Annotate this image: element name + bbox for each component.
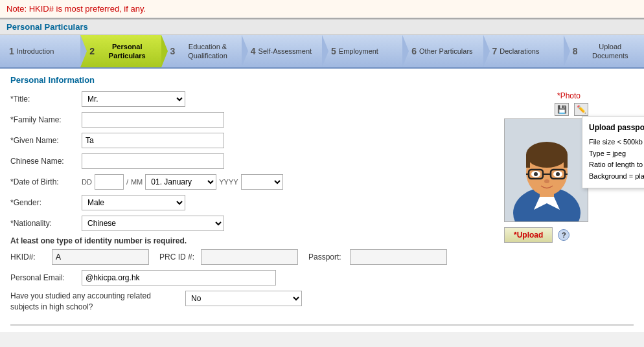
svg-point-16 <box>544 179 549 183</box>
prc-field: PRC ID #: <box>159 249 298 265</box>
upload-btn-area: *Upload ? <box>504 227 634 243</box>
step-num-2: 2 <box>89 46 95 56</box>
chinese-name-input[interactable] <box>82 153 224 169</box>
email-input[interactable] <box>82 270 276 285</box>
family-name-row: *Family Name: <box>10 112 491 128</box>
wizard-step-5[interactable]: 5 Employment <box>322 35 402 67</box>
photo-label: *Photo <box>504 91 634 100</box>
mm-text-label: MM <box>131 178 143 186</box>
accounting-select[interactable]: No Yes <box>185 291 302 306</box>
family-name-label: *Family Name: <box>10 115 82 124</box>
photo-wrapper: 💾 ✏️ <box>504 103 634 243</box>
title-select[interactable]: Mr. Ms. Mrs. Dr. <box>82 91 185 107</box>
wizard-step-3[interactable]: 3 Education & Qualification <box>161 35 242 67</box>
title-row: *Title: Mr. Ms. Mrs. Dr. <box>10 91 491 107</box>
form-layout: *Title: Mr. Ms. Mrs. Dr. *Family Name: *… <box>10 91 634 318</box>
wizard-step-2[interactable]: 2 Personal Particulars <box>80 35 161 67</box>
step-num-3: 3 <box>170 46 176 56</box>
dob-month-select[interactable]: 01. January 02. February 03. March <box>145 174 216 190</box>
step-num-1: 1 <box>9 46 14 56</box>
given-name-label: *Given Name: <box>10 136 82 145</box>
gender-select[interactable]: Male Female <box>82 195 185 210</box>
passport-input[interactable] <box>350 249 447 265</box>
passport-label: Passport: <box>308 252 347 262</box>
hkid-input[interactable] <box>52 249 149 265</box>
step-label-5: Employment <box>339 47 378 56</box>
identity-section: At least one type of identity number is … <box>10 236 491 265</box>
form-left: *Title: Mr. Ms. Mrs. Dr. *Family Name: *… <box>10 91 491 318</box>
hkid-field: HKID#: <box>10 249 149 265</box>
save-icon: 💾 <box>557 105 567 114</box>
svg-rect-6 <box>564 155 568 168</box>
chinese-name-row: Chinese Name: <box>10 153 491 169</box>
avatar-svg <box>505 119 588 222</box>
dob-year-select[interactable] <box>241 174 283 190</box>
gender-label: *Gender: <box>10 198 82 207</box>
personal-info-title: Personal Information <box>10 75 634 85</box>
step-label-7: Declarations <box>500 47 539 56</box>
wizard-step-6[interactable]: 6 Other Particulars <box>402 35 483 67</box>
dob-row: *Date of Birth: DD / MM 01. January 02. … <box>10 174 491 190</box>
wizard-step-1[interactable]: 1 Introduction <box>0 35 80 67</box>
step-num-6: 6 <box>411 46 417 56</box>
help-icon-button[interactable]: ? <box>558 229 569 241</box>
upload-tooltip: Upload passport standard photo File size… <box>582 116 644 188</box>
svg-rect-5 <box>526 155 530 168</box>
step-num-4: 4 <box>251 46 256 56</box>
yyyy-label: YYYY <box>219 178 238 186</box>
step-num-8: 8 <box>573 46 578 56</box>
title-label: *Title: <box>10 95 82 104</box>
section-header-title: Personal Particulars <box>6 22 88 32</box>
family-name-input[interactable] <box>82 112 224 128</box>
nationality-row: *Nationality: Chinese British American <box>10 216 491 231</box>
gender-row: *Gender: Male Female <box>10 195 491 210</box>
nationality-label: *Nationality: <box>10 219 82 228</box>
dd-label: DD <box>82 178 92 186</box>
step-label-1: Introduction <box>17 47 54 56</box>
pencil-icon: ✏️ <box>577 105 586 114</box>
svg-point-4 <box>526 142 568 168</box>
email-label: Personal Email: <box>10 273 82 282</box>
wizard-step-4[interactable]: 4 Self-Assessment <box>242 35 322 67</box>
step-num-7: 7 <box>492 46 498 56</box>
save-photo-button[interactable]: 💾 <box>555 103 569 116</box>
step-label-3: Education & Qualification <box>178 42 237 61</box>
edit-photo-button[interactable]: ✏️ <box>574 103 588 116</box>
tooltip-ratio: Ratio of length to width = 4:3 <box>589 159 644 171</box>
bottom-border <box>10 324 634 326</box>
prc-label: PRC ID #: <box>159 252 198 262</box>
chinese-name-label: Chinese Name: <box>10 157 82 166</box>
nationality-select[interactable]: Chinese British American <box>82 216 224 231</box>
svg-point-13 <box>534 172 538 176</box>
section-header: Personal Particulars <box>0 18 644 35</box>
tooltip-filesize: File size < 500kb <box>589 137 644 148</box>
step-label-6: Other Particulars <box>419 47 473 56</box>
identity-fields-row: HKID#: PRC ID #: Passport: <box>10 249 491 265</box>
step-label-8: Upload Documents <box>581 42 640 61</box>
given-name-row: *Given Name: <box>10 133 491 148</box>
prc-input[interactable] <box>201 249 298 265</box>
tooltip-filetype: Type = jpeg <box>589 148 644 160</box>
wizard-step-7[interactable]: 7 Declarations <box>483 35 564 67</box>
dob-dd-input[interactable] <box>95 174 124 190</box>
step-label-4: Self-Assessment <box>259 47 312 56</box>
dob-fields: DD / MM 01. January 02. February 03. Mar… <box>82 174 283 190</box>
photo-section: *Photo 💾 ✏️ <box>504 91 634 318</box>
svg-point-15 <box>556 172 560 176</box>
mm-label: / <box>126 178 128 186</box>
accounting-row: Have you studied any accounting related … <box>10 291 491 313</box>
main-content: Personal Information *Title: Mr. Ms. Mrs… <box>0 69 644 332</box>
tooltip-title: Upload passport standard photo <box>589 122 644 134</box>
step-num-5: 5 <box>331 46 336 56</box>
email-row: Personal Email: <box>10 270 491 285</box>
photo-container <box>504 118 588 222</box>
passport-field: Passport: <box>308 249 447 265</box>
tooltip-background: Background = plain colour <box>589 171 644 183</box>
identity-note: At least one type of identity number is … <box>10 236 491 245</box>
wizard-step-8[interactable]: 8 Upload Documents <box>564 35 644 67</box>
hkid-label: HKID#: <box>10 252 49 262</box>
wizard-bar: 1 Introduction 2 Personal Particulars 3 … <box>0 35 644 69</box>
given-name-input[interactable] <box>82 133 224 148</box>
upload-button[interactable]: *Upload <box>504 227 553 243</box>
dob-label: *Date of Birth: <box>10 177 82 186</box>
